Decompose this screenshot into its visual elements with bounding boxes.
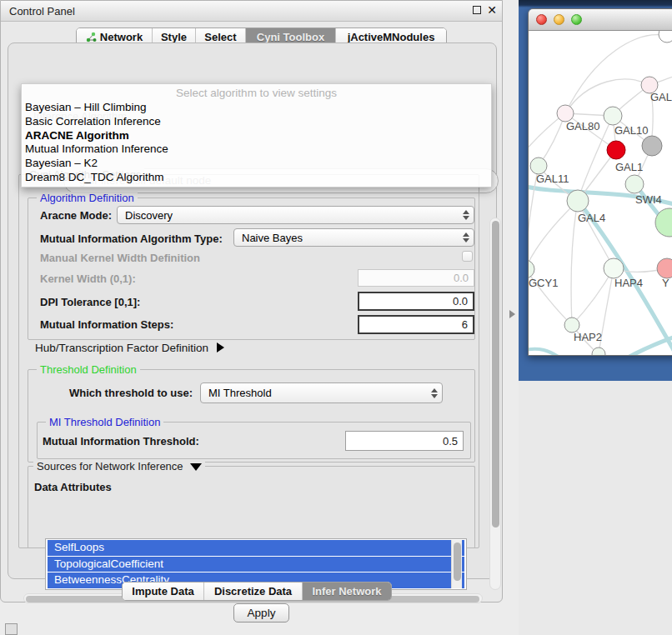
network-edge [572, 268, 614, 325]
node-label: GAL11 [536, 172, 569, 185]
tab-impute-data[interactable]: Impute Data [123, 582, 203, 600]
bottom-tabs: Impute DataDiscretize DataInfer Network [122, 582, 392, 601]
cyni-algorithm-settings-group: Cyni Algorithm Settings Algorithm Defini… [18, 174, 479, 548]
mi-threshold-label: Mutual Information Threshold: [43, 435, 199, 448]
node-label: GAL1 [615, 161, 643, 173]
network-node-gal4[interactable] [567, 190, 589, 212]
node-label: Y [662, 277, 669, 289]
node-label: HAP4 [614, 277, 643, 289]
dpi-tolerance-label: DPI Tolerance [0,1]: [40, 296, 140, 308]
threshold-definition-group: Threshold Definition Which threshold to … [28, 369, 475, 462]
tab-label: Discretize Data [214, 585, 292, 598]
node-label: GAL10 [614, 124, 648, 137]
network-edge [565, 35, 662, 113]
dock-handle[interactable] [5, 623, 18, 635]
mi-threshold-definition-group: MI Threshold Definition Mutual Informati… [37, 422, 471, 459]
attributes-scrollbar[interactable] [451, 540, 462, 588]
network-node[interactable] [659, 31, 672, 42]
network-edge [571, 201, 578, 325]
dropdown-item-bayesian-hill-climbing[interactable]: Bayesian – Hill Climbing [22, 101, 491, 115]
network-node-hap4[interactable] [604, 258, 624, 278]
node-label: GAL [650, 91, 672, 103]
which-threshold-combo[interactable]: MI Threshold [200, 382, 443, 403]
cyni-toolbox-panel: Inference Algorithm galFiltered.sif defa… [8, 42, 497, 579]
control-panel-titlebar: Control Panel ✕ [1, 1, 502, 22]
stepper-icon [459, 232, 474, 242]
control-panel-window: Control Panel ✕ NetworkStyleSelectCyni T… [0, 0, 503, 602]
dropdown-item-aracne-algorithm[interactable]: ARACNE Algorithm [22, 129, 491, 143]
mi-steps-field[interactable]: 6 [358, 315, 474, 334]
network-canvas[interactable]: GALGAL80GAL10GAL1GAL11SWI4GAL4GCY1HAP4YH… [529, 31, 672, 356]
dpi-tolerance-field[interactable]: 0.0 [358, 292, 474, 311]
kernel-width-field[interactable]: 0.0 [358, 269, 474, 287]
node-label: SWI4 [635, 193, 662, 206]
network-node-swi4[interactable] [625, 175, 644, 193]
close-traffic-icon[interactable] [536, 14, 547, 25]
expand-right-icon [217, 342, 224, 352]
network-icon [86, 32, 97, 42]
tab-label: Network [100, 31, 143, 43]
tab-discretize-data[interactable]: Discretize Data [203, 582, 302, 600]
close-icon[interactable]: ✕ [487, 4, 497, 16]
apply-button[interactable]: Apply [233, 603, 289, 622]
sources-title[interactable]: Sources for Network Inference [33, 460, 205, 472]
minimize-traffic-icon[interactable] [554, 14, 564, 25]
stepper-icon [459, 210, 474, 220]
network-node[interactable] [642, 136, 662, 156]
network-window-titlebar[interactable] [529, 9, 672, 31]
attributes-scrollbar-thumb[interactable] [454, 542, 461, 581]
zoom-traffic-icon[interactable] [571, 14, 582, 25]
network-node-gal11[interactable] [530, 158, 547, 174]
mi-steps-label: Mutual Information Steps: [40, 318, 173, 331]
network-edge [539, 113, 565, 166]
tab-infer-network[interactable]: Infer Network [302, 582, 391, 600]
tab-label: Style [161, 31, 187, 43]
network-node[interactable] [592, 348, 605, 356]
tab-label: Cyni Toolbox [257, 31, 324, 43]
settings-vertical-scrollbar[interactable] [489, 218, 501, 590]
network-edge [529, 201, 578, 269]
settings-vertical-scrollbar-thumb[interactable] [492, 221, 499, 528]
network-view-window: GALGAL80GAL10GAL1GAL11SWI4GAL4GCY1HAP4YH… [528, 8, 672, 356]
attribute-item-selfloops[interactable]: SelfLoops [48, 540, 464, 556]
mi-threshold-definition-title: MI Threshold Definition [46, 416, 163, 428]
node-label: HAP2 [574, 331, 602, 343]
data-attributes-label: Data Attributes [34, 481, 112, 493]
collapse-down-icon [190, 463, 202, 471]
dropdown-item-dream8-dc-tdc-algorithm[interactable]: Dream8 DC_TDC Algorithm [22, 171, 491, 185]
hub-transcription-section[interactable]: Hub/Transcription Factor Definition [35, 342, 224, 354]
network-node-gal80[interactable] [557, 105, 574, 122]
aracne-mode-combo[interactable]: Discovery [117, 206, 474, 224]
mi-threshold-field[interactable]: 0.5 [345, 431, 464, 451]
node-label: GAL4 [578, 212, 605, 224]
tab-label: Infer Network [312, 585, 381, 598]
sources-group: Sources for Network Inference Data Attri… [28, 466, 475, 548]
splitter-arrow-icon[interactable] [509, 310, 515, 318]
attribute-item-topologicalcoefficient[interactable]: TopologicalCoefficient [48, 557, 464, 572]
node-label: GCY1 [529, 277, 558, 289]
kernel-width-label: Kernel Width (0,1): [40, 272, 136, 285]
network-graph: GALGAL80GAL10GAL1GAL11SWI4GAL4GCY1HAP4YH… [529, 31, 672, 356]
float-window-icon[interactable] [473, 6, 481, 14]
manual-kernel-label: Manual Kernel Width Definition [40, 252, 200, 264]
dropdown-item-bayesian-k2[interactable]: Bayesian – K2 [22, 157, 491, 171]
algorithm-definition-title: Algorithm Definition [37, 192, 138, 204]
stepper-icon [427, 388, 442, 398]
manual-kernel-checkbox[interactable] [462, 251, 473, 262]
network-node-gal10[interactable] [604, 107, 622, 125]
tab-label: Impute Data [132, 585, 193, 598]
which-threshold-label: Which threshold to use: [69, 387, 193, 399]
network-node-y[interactable] [657, 258, 672, 278]
dropdown-item-mutual-information-inference[interactable]: Mutual Information Inference [22, 142, 491, 157]
network-edge [529, 349, 562, 356]
control-panel-title: Control Panel [9, 5, 75, 18]
algorithm-dropdown: Select algorithm to view settings Bayesi… [21, 83, 492, 188]
mi-algorithm-type-combo[interactable]: Naive Bayes [233, 228, 474, 247]
algorithm-definition-group: Algorithm Definition Aracne Mode: Discov… [28, 198, 475, 340]
node-label: GAL80 [566, 120, 599, 132]
dropdown-item-basic-correlation-inference[interactable]: Basic Correlation Inference [22, 115, 491, 129]
network-node-gcy1[interactable] [529, 260, 534, 278]
threshold-definition-title: Threshold Definition [37, 363, 140, 376]
network-node-gal1[interactable] [607, 141, 625, 159]
tab-label: jActiveMNodules [348, 31, 435, 43]
